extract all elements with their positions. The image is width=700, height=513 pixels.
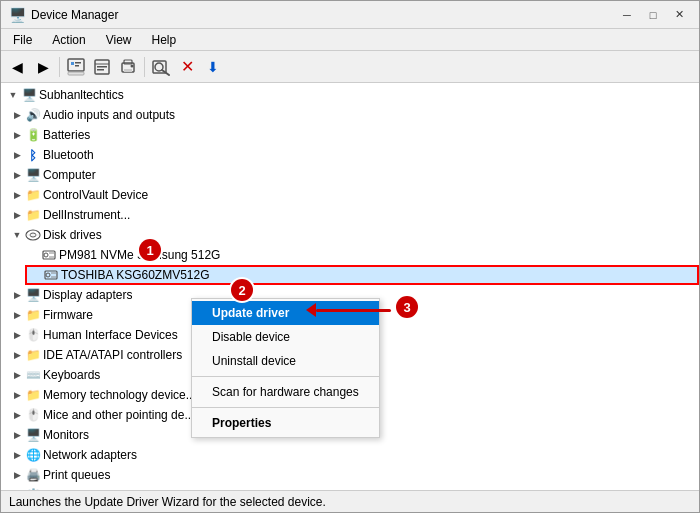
- svg-rect-1: [71, 62, 74, 65]
- arrow-3: [306, 303, 391, 317]
- memory-expand-icon: ▶: [9, 390, 25, 400]
- toolbar-btn-2[interactable]: [90, 55, 114, 79]
- toolbar-delete-btn[interactable]: ✕: [175, 55, 199, 79]
- maximize-button[interactable]: □: [641, 6, 665, 24]
- ide-label: IDE ATA/ATAPI controllers: [43, 348, 182, 362]
- svg-point-15: [155, 63, 163, 71]
- toolbar-separator-1: [59, 57, 60, 77]
- svg-rect-23: [45, 271, 57, 279]
- menu-help[interactable]: Help: [144, 31, 185, 49]
- tree-item-bluetooth[interactable]: ▶ ᛒ Bluetooth: [9, 145, 699, 165]
- diskdrives-icon: [25, 227, 41, 243]
- diskdrives-label: Disk drives: [43, 228, 102, 242]
- ctx-separator: [192, 376, 379, 377]
- firmware-label: Firmware: [43, 308, 93, 322]
- network-icon: 🌐: [25, 447, 41, 463]
- tree-item-audio[interactable]: ▶ 🔊 Audio inputs and outputs: [9, 105, 699, 125]
- svg-rect-7: [97, 66, 107, 68]
- tree-item-print[interactable]: ▶ 🖨️ Print queues: [9, 465, 699, 485]
- batteries-icon: 🔋: [25, 127, 41, 143]
- hid-icon: 🖱️: [25, 327, 41, 343]
- back-button[interactable]: ◀: [5, 55, 29, 79]
- tree-item-dellinstrument[interactable]: ▶ 📁 DellInstrument...: [9, 205, 699, 225]
- computer-label: Computer: [43, 168, 96, 182]
- ctx-uninstall-device[interactable]: Uninstall device: [192, 349, 379, 373]
- tree-item-processors[interactable]: ▶ ⚙️ Processors: [9, 485, 699, 490]
- controlvault-icon: 📁: [25, 187, 41, 203]
- memory-label: Memory technology device...: [43, 388, 196, 402]
- computer-expand-icon: ▶: [9, 170, 25, 180]
- print-expand-icon: ▶: [9, 470, 25, 480]
- dell-label: DellInstrument...: [43, 208, 130, 222]
- ctx-properties[interactable]: Properties: [192, 411, 379, 435]
- display-icon: 🖥️: [25, 287, 41, 303]
- firmware-expand-icon: ▶: [9, 310, 25, 320]
- svg-point-20: [44, 253, 48, 257]
- ctx-scan-hardware[interactable]: Scan for hardware changes: [192, 380, 379, 404]
- arrow-line-3: [316, 309, 391, 312]
- title-bar: 🖥️ Device Manager ─ □ ✕: [1, 1, 699, 29]
- minimize-button[interactable]: ─: [615, 6, 639, 24]
- status-bar: Launches the Update Driver Wizard for th…: [1, 490, 699, 512]
- network-label: Network adapters: [43, 448, 137, 462]
- close-button[interactable]: ✕: [667, 6, 691, 24]
- toolbar-separator-2: [144, 57, 145, 77]
- svg-rect-11: [124, 69, 132, 72]
- firmware-icon: 📁: [25, 307, 41, 323]
- ctx-separator-2: [192, 407, 379, 408]
- device-manager-window: 🖥️ Device Manager ─ □ ✕ File Action View…: [0, 0, 700, 513]
- toolbar-btn-3[interactable]: [116, 55, 140, 79]
- badge-1: 1: [139, 239, 161, 261]
- pm981-icon: [41, 247, 57, 263]
- print-label: Print queues: [43, 468, 110, 482]
- menu-bar: File Action View Help: [1, 29, 699, 51]
- ide-icon: 📁: [25, 347, 41, 363]
- svg-point-12: [131, 64, 134, 67]
- monitors-label: Monitors: [43, 428, 89, 442]
- memory-icon: 📁: [25, 387, 41, 403]
- menu-action[interactable]: Action: [44, 31, 93, 49]
- tree-item-pm981[interactable]: PM981 NVMe Samsung 512G: [25, 245, 699, 265]
- mice-icon: 🖱️: [25, 407, 41, 423]
- tree-item-diskdrives[interactable]: ▼ Disk drives: [9, 225, 699, 245]
- tree-item-toshiba[interactable]: TOSHIBA KSG60ZMV512G: [25, 265, 699, 285]
- root-label: Subhanltechtics: [39, 88, 124, 102]
- svg-rect-10: [124, 60, 132, 64]
- toolbar-download-btn[interactable]: ⬇: [201, 55, 225, 79]
- app-icon: 🖥️: [9, 7, 25, 23]
- tree-item-network[interactable]: ▶ 🌐 Network adapters: [9, 445, 699, 465]
- toolbar-btn-1[interactable]: [64, 55, 88, 79]
- tree-item-controlvault[interactable]: ▶ 📁 ControlVault Device: [9, 185, 699, 205]
- hid-label: Human Interface Devices: [43, 328, 178, 342]
- hid-expand-icon: ▶: [9, 330, 25, 340]
- window-controls: ─ □ ✕: [615, 6, 691, 24]
- svg-point-24: [46, 273, 50, 277]
- badge-3: 3: [396, 296, 418, 318]
- bluetooth-expand-icon: ▶: [9, 150, 25, 160]
- forward-button[interactable]: ▶: [31, 55, 55, 79]
- toolbar-scan-btn[interactable]: [149, 55, 173, 79]
- svg-rect-3: [75, 65, 79, 67]
- toshiba-label: TOSHIBA KSG60ZMV512G: [61, 268, 210, 282]
- svg-rect-19: [43, 251, 55, 259]
- ctx-disable-device[interactable]: Disable device: [192, 325, 379, 349]
- toolbar: ◀ ▶ ✕ ⬇: [1, 51, 699, 83]
- badge-2: 2: [231, 279, 253, 301]
- menu-view[interactable]: View: [98, 31, 140, 49]
- processors-label: Processors: [43, 488, 103, 490]
- network-expand-icon: ▶: [9, 450, 25, 460]
- bluetooth-icon: ᛒ: [25, 147, 41, 163]
- tree-item-batteries[interactable]: ▶ 🔋 Batteries: [9, 125, 699, 145]
- tree-root[interactable]: ▼ 🖥️ Subhanltechtics: [1, 85, 699, 105]
- ide-expand-icon: ▶: [9, 350, 25, 360]
- controlvault-label: ControlVault Device: [43, 188, 148, 202]
- menu-file[interactable]: File: [5, 31, 40, 49]
- svg-rect-4: [68, 72, 84, 75]
- toshiba-icon: [43, 267, 59, 283]
- tree-item-computer[interactable]: ▶ 🖥️ Computer: [9, 165, 699, 185]
- controlvault-expand-icon: ▶: [9, 190, 25, 200]
- root-expand-icon: ▼: [5, 90, 21, 100]
- keyboards-expand-icon: ▶: [9, 370, 25, 380]
- bluetooth-label: Bluetooth: [43, 148, 94, 162]
- content-area: ▼ 🖥️ Subhanltechtics ▶ 🔊 Audio inputs an…: [1, 83, 699, 490]
